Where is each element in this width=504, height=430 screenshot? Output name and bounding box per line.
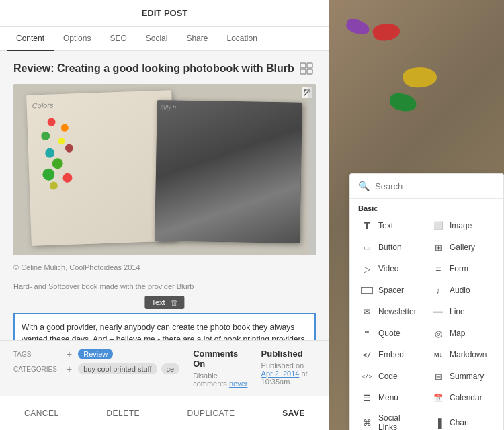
block-label-audio: Audio: [450, 286, 470, 295]
block-label-video: Video: [378, 264, 398, 273]
title-icon[interactable]: [297, 61, 316, 76]
category-2[interactable]: ce: [161, 363, 180, 374]
search-icon: 🔍: [358, 181, 370, 191]
tab-options[interactable]: Options: [54, 27, 100, 51]
tab-seo[interactable]: SEO: [100, 27, 136, 51]
tab-share[interactable]: Share: [177, 27, 217, 51]
form-icon: [432, 263, 444, 275]
search-input[interactable]: [375, 181, 495, 191]
calendar-icon: [432, 392, 444, 404]
photo-book-left: Colors: [26, 90, 177, 246]
delete-block-icon[interactable]: 🗑: [171, 298, 178, 306]
action-bar: CANCEL DELETE DUPLICATE SAVE: [0, 396, 329, 430]
edit-post-panel: EDIT POST Content Options SEO Social Sha…: [0, 0, 329, 430]
edit-post-header: EDIT POST: [0, 0, 329, 27]
tab-location[interactable]: Location: [217, 27, 266, 51]
block-item-chart[interactable]: Chart: [427, 408, 498, 430]
text-block[interactable]: Text 🗑 With a good provider, nearly anyb…: [13, 313, 316, 340]
tabs-bar: Content Options SEO Social Share Locatio…: [0, 27, 329, 51]
tag-review[interactable]: Review: [78, 349, 113, 359]
block-item-newsletter[interactable]: Newsletter: [355, 301, 427, 322]
block-item-form[interactable]: Form: [427, 258, 498, 280]
comments-title: Comments On: [193, 349, 247, 369]
block-item-gallery[interactable]: Gallery: [427, 236, 498, 258]
image-credit: © Céline Mülich, CoolPhotoideas 2014: [13, 261, 316, 274]
summary-icon: [432, 370, 444, 382]
block-label-code: Code: [378, 372, 398, 381]
comments-never-link[interactable]: never: [229, 380, 248, 388]
social-icon: [361, 417, 373, 429]
categories-row: CATEGORIES + buy cool printed stuff ce: [13, 363, 179, 374]
line-icon: [432, 306, 444, 318]
image-caption: Hard- and Softcover book made with the p…: [13, 280, 316, 293]
block-label-gallery: Gallery: [450, 243, 475, 252]
block-label-quote: Quote: [378, 329, 401, 338]
block-label-menu: Menu: [378, 393, 398, 402]
block-label-chart: Chart: [450, 418, 469, 427]
block-item-audio[interactable]: Audio: [427, 280, 498, 301]
block-item-summary[interactable]: Summary: [427, 366, 498, 387]
block-label-markdown: Markdown: [450, 350, 487, 359]
photo-inner: Colors: [13, 84, 316, 255]
block-item-text[interactable]: Text: [355, 215, 427, 236]
search-bar: 🔍: [350, 174, 503, 199]
delete-button[interactable]: DELETE: [95, 404, 151, 422]
post-image[interactable]: Colors: [13, 84, 316, 255]
cancel-button[interactable]: CANCEL: [13, 404, 70, 422]
resize-handle[interactable]: [308, 84, 316, 255]
block-item-image[interactable]: Image: [427, 215, 498, 236]
tags-row: TAGS + Review: [13, 349, 179, 359]
published-col: Published Published on Apr 2, 2014 at 10…: [261, 349, 316, 386]
block-label-calendar: Calendar: [450, 393, 482, 402]
photo-book-right: mily n: [155, 100, 302, 243]
chart-icon: [432, 417, 444, 429]
gallery-icon: [432, 241, 444, 253]
block-label-summary: Summary: [450, 372, 484, 381]
markdown-icon: [432, 349, 444, 361]
embed-icon: [361, 349, 373, 361]
tab-social[interactable]: Social: [136, 27, 177, 51]
quote-icon: [361, 327, 373, 339]
tab-content[interactable]: Content: [7, 27, 54, 51]
svg-rect-1: [307, 63, 312, 68]
block-item-quote[interactable]: Quote: [355, 322, 427, 344]
toolbar-label: Text: [151, 298, 165, 306]
block-item-button[interactable]: Button: [355, 236, 427, 258]
block-item-map[interactable]: Map: [427, 322, 498, 344]
block-label-map: Map: [450, 329, 465, 338]
block-label-text: Text: [378, 221, 393, 230]
comments-col: Comments On Disable comments never: [193, 349, 247, 388]
block-item-line[interactable]: Line: [427, 301, 498, 322]
add-tag-button[interactable]: +: [65, 349, 74, 359]
menu-icon: [361, 392, 373, 404]
published-date-link[interactable]: Apr 2, 2014: [261, 370, 300, 378]
post-image-container: Colors: [13, 84, 316, 255]
save-button[interactable]: SAVE: [271, 404, 316, 422]
svg-rect-0: [300, 63, 306, 68]
block-label-line: Line: [450, 307, 465, 316]
duplicate-button[interactable]: DUPLICATE: [177, 404, 246, 422]
map-icon: [432, 327, 444, 339]
post-title: Review: Creating a good looking photoboo…: [13, 62, 294, 75]
svg-rect-3: [307, 69, 312, 74]
code-icon: [361, 370, 373, 382]
block-item-calendar[interactable]: Calendar: [427, 387, 498, 408]
post-content-area: Review: Creating a good looking photoboo…: [0, 51, 329, 340]
block-item-code[interactable]: Code: [355, 366, 427, 387]
category-1[interactable]: buy cool printed stuff: [78, 363, 157, 374]
block-item-social[interactable]: Social Links: [355, 408, 427, 430]
block-label-newsletter: Newsletter: [378, 307, 417, 316]
comments-sub: Disable comments never: [193, 372, 247, 388]
add-category-button[interactable]: +: [65, 363, 74, 374]
post-title-row: Review: Creating a good looking photoboo…: [13, 61, 316, 76]
block-item-embed[interactable]: Embed: [355, 344, 427, 366]
image-icon: [432, 220, 444, 232]
button-icon: [361, 241, 373, 253]
block-item-menu[interactable]: Menu: [355, 387, 427, 408]
block-label-button: Button: [378, 243, 402, 252]
block-label-embed: Embed: [378, 350, 404, 359]
block-item-video[interactable]: Video: [355, 258, 427, 280]
published-title: Published: [261, 349, 316, 359]
block-item-spacer[interactable]: Spacer: [355, 280, 427, 301]
block-item-markdown[interactable]: Markdown: [427, 344, 498, 366]
